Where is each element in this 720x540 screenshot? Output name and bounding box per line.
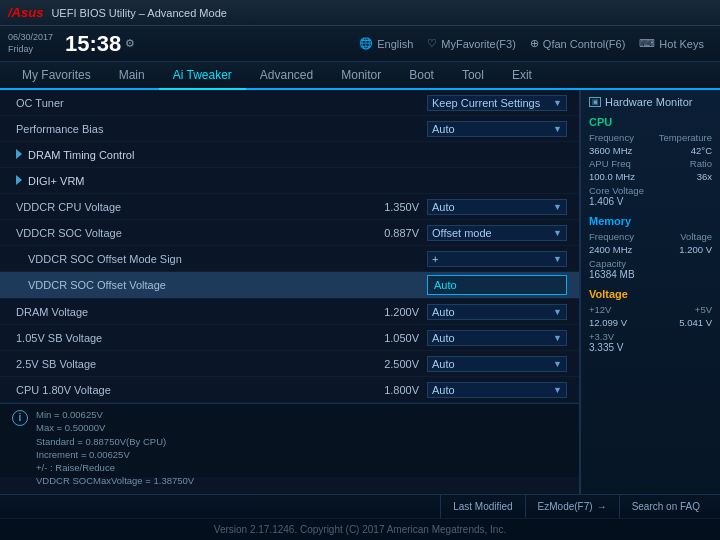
info-icon: i <box>12 410 28 426</box>
nav-exit[interactable]: Exit <box>498 61 546 89</box>
vddcr-soc-label: VDDCR SOC Voltage <box>16 227 369 239</box>
cpu-core-label: Core Voltage <box>589 185 712 196</box>
sb105-voltage-row: 1.05V SB Voltage 1.050V Auto ▼ <box>0 325 579 351</box>
fan-icon: ⊕ <box>530 37 539 50</box>
dropdown-arrow-icon: ▼ <box>553 124 562 134</box>
last-modified-label: Last Modified <box>453 501 512 512</box>
myfavorite-button[interactable]: ♡ MyFavorite(F3) <box>427 37 516 50</box>
dram-timing-row[interactable]: DRAM Timing Control <box>0 142 579 168</box>
mem-capacity-value: 16384 MB <box>589 269 712 280</box>
mem-capacity-row: Capacity 16384 MB <box>589 258 712 280</box>
performance-bias-row: Performance Bias Auto ▼ <box>0 116 579 142</box>
cpu180-voltage-value: 1.800V <box>369 384 419 396</box>
cpu-apu-value-row: 100.0 MHz 36x <box>589 171 712 182</box>
v33-row: +3.3V 3.335 V <box>589 331 712 353</box>
dram-voltage-row: DRAM Voltage 1.200V Auto ▼ <box>0 299 579 325</box>
key-icon: ⌨ <box>639 37 655 50</box>
vddcr-cpu-row: VDDCR CPU Voltage 1.350V Auto ▼ <box>0 194 579 220</box>
dropdown-arrow-icon: ▼ <box>553 385 562 395</box>
qfan-label: Qfan Control(F6) <box>543 38 626 50</box>
dram-voltage-value: 1.200V <box>369 306 419 318</box>
sb105-voltage-dropdown[interactable]: Auto ▼ <box>427 330 567 346</box>
nav-boot[interactable]: Boot <box>395 61 448 89</box>
hw-monitor-title: ▣ Hardware Monitor <box>589 96 712 108</box>
cpu-temp-value: 42°C <box>691 145 712 156</box>
dram-voltage-dropdown[interactable]: Auto ▼ <box>427 304 567 320</box>
dram-voltage-dropdown-val: Auto <box>432 306 455 318</box>
info-line-5: +/- : Raise/Reduce <box>36 461 194 474</box>
vddcr-soc-offset-sign-dropdown[interactable]: + ▼ <box>427 251 567 267</box>
v12-label: +12V <box>589 304 611 315</box>
vddcr-soc-row: VDDCR SOC Voltage 0.887V Offset mode ▼ <box>0 220 579 246</box>
language-label: English <box>377 38 413 50</box>
memory-section: Memory Frequency Voltage 2400 MHz 1.200 … <box>589 215 712 280</box>
info-line-2: Max = 0.50000V <box>36 421 194 434</box>
vddcr-soc-offset-volt-input[interactable] <box>427 275 567 295</box>
time-display: 15:38 <box>65 31 121 57</box>
bios-title: UEFI BIOS Utility – Advanced Mode <box>51 7 226 19</box>
oc-tuner-dropdown[interactable]: Keep Current Settings ▼ <box>427 95 567 111</box>
vddcr-cpu-label: VDDCR CPU Voltage <box>16 201 369 213</box>
v5-value: 5.041 V <box>679 317 712 328</box>
nav-monitor[interactable]: Monitor <box>327 61 395 89</box>
ezmode-button[interactable]: EzMode(F7) → <box>525 495 619 518</box>
cpu180-voltage-label: CPU 1.80V Voltage <box>16 384 369 396</box>
search-faq-button[interactable]: Search on FAQ <box>619 495 712 518</box>
language-selector[interactable]: 🌐 English <box>359 37 413 50</box>
qfan-button[interactable]: ⊕ Qfan Control(F6) <box>530 37 626 50</box>
cpu-core-voltage-row: Core Voltage 1.406 V <box>589 185 712 207</box>
sb25-voltage-value: 2.500V <box>369 358 419 370</box>
left-panel: OC Tuner Keep Current Settings ▼ Perform… <box>0 90 580 494</box>
cpu-apu-row: APU Freq Ratio <box>589 158 712 169</box>
last-modified-button[interactable]: Last Modified <box>440 495 524 518</box>
nav-ai-tweaker[interactable]: Ai Tweaker <box>159 62 246 90</box>
ezmode-arrow-icon: → <box>597 501 607 512</box>
nav-main[interactable]: Main <box>105 61 159 89</box>
nav-advanced[interactable]: Advanced <box>246 61 327 89</box>
cpu180-voltage-dropdown[interactable]: Auto ▼ <box>427 382 567 398</box>
cpu-freq-value: 3600 MHz <box>589 145 632 156</box>
cpu-freq-label: Frequency <box>589 132 634 143</box>
oc-tuner-row: OC Tuner Keep Current Settings ▼ <box>0 90 579 116</box>
version-bar: Version 2.17.1246. Copyright (C) 2017 Am… <box>0 518 720 540</box>
digi-vrm-label: DIGI+ VRM <box>28 175 567 187</box>
oc-tuner-value: Keep Current Settings <box>432 97 540 109</box>
mem-capacity-label: Capacity <box>589 258 712 269</box>
voltage-section-title: Voltage <box>589 288 712 300</box>
info-line-3: Standard = 0.88750V(By CPU) <box>36 435 194 448</box>
gear-icon[interactable]: ⚙ <box>125 37 135 50</box>
v12-value-row: 12.099 V 5.041 V <box>589 317 712 328</box>
top-bar: /Asus UEFI BIOS Utility – Advanced Mode <box>0 0 720 26</box>
vddcr-soc-dropdown[interactable]: Offset mode ▼ <box>427 225 567 241</box>
vddcr-soc-offset-sign-row: VDDCR SOC Offset Mode Sign + ▼ <box>0 246 579 272</box>
heart-icon: ♡ <box>427 37 437 50</box>
voltage-section: Voltage +12V +5V 12.099 V 5.041 V +3.3V … <box>589 288 712 353</box>
sb25-voltage-dropdown[interactable]: Auto ▼ <box>427 356 567 372</box>
performance-bias-label: Performance Bias <box>16 123 427 135</box>
myfavorite-label: MyFavorite(F3) <box>441 38 516 50</box>
triangle-right-icon <box>16 148 28 162</box>
day-display: Friday <box>8 44 53 56</box>
dropdown-arrow-icon: ▼ <box>553 98 562 108</box>
cpu-temp-label: Temperature <box>659 132 712 143</box>
vddcr-cpu-dropdown[interactable]: Auto ▼ <box>427 199 567 215</box>
v33-label: +3.3V <box>589 331 712 342</box>
performance-bias-dropdown[interactable]: Auto ▼ <box>427 121 567 137</box>
sb25-voltage-dropdown-val: Auto <box>432 358 455 370</box>
datetime-info: 06/30/2017 Friday <box>8 32 53 55</box>
monitor-icon: ▣ <box>589 97 601 107</box>
cpu180-voltage-dropdown-val: Auto <box>432 384 455 396</box>
vddcr-cpu-value: 1.350V <box>369 201 419 213</box>
vddcr-soc-value: 0.887V <box>369 227 419 239</box>
digi-vrm-row[interactable]: DIGI+ VRM <box>0 168 579 194</box>
v5-label: +5V <box>695 304 712 315</box>
hotkeys-button[interactable]: ⌨ Hot Keys <box>639 37 704 50</box>
cpu-ratio-value: 36x <box>697 171 712 182</box>
cpu-freq-value-row: 3600 MHz 42°C <box>589 145 712 156</box>
mem-volt-value: 1.200 V <box>679 244 712 255</box>
oc-tuner-label: OC Tuner <box>16 97 427 109</box>
asus-logo: /Asus <box>8 5 43 20</box>
nav-my-favorites[interactable]: My Favorites <box>8 61 105 89</box>
nav-tool[interactable]: Tool <box>448 61 498 89</box>
search-faq-label: Search on FAQ <box>632 501 700 512</box>
